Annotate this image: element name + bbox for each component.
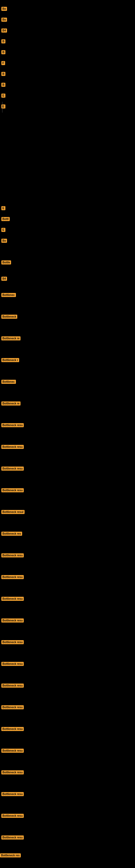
vertical-line	[2, 102, 2, 113]
badge-b2: Bo	[1, 18, 7, 22]
badge-b1: Bo	[1, 7, 7, 11]
badge-b13: E	[1, 228, 5, 232]
badge-b39: Bottleneck resu	[1, 770, 24, 774]
badge-b33: Bottleneck resu	[1, 640, 24, 644]
badge-b32: Bottleneck resu	[1, 618, 24, 622]
badge-b15: Bottle	[1, 260, 11, 265]
badge-b4: B	[1, 39, 5, 43]
badge-b27: Bottleneck resul	[1, 510, 25, 514]
badge-b8: B	[1, 83, 5, 87]
badge-b28: Bottleneck res	[1, 532, 22, 536]
badge-b30: Bottleneck resu	[1, 575, 24, 579]
badge-b23: Bottleneck resu	[1, 423, 24, 427]
badge-b24: Bottleneck resu	[1, 445, 24, 449]
badge-b22: Bottleneck re	[1, 401, 20, 405]
badge-b18: Bottleneck	[1, 315, 17, 319]
badge-b42: Bottleneck resu	[1, 835, 24, 839]
badge-b29: Bottleneck resu	[1, 553, 24, 557]
badge-b25: Bottleneck resu	[1, 467, 24, 471]
badge-b14: Bo	[1, 239, 7, 243]
badge-b17: Bottlenec	[1, 293, 16, 297]
badge-b7: B	[1, 72, 5, 76]
badge-b38: Bottleneck resu	[1, 749, 24, 753]
badge-b19: Bottleneck re	[1, 336, 20, 340]
badge-b5: B	[1, 50, 5, 54]
badge-b31: Bottleneck resu	[1, 597, 24, 601]
badge-b36: Bottleneck resu	[1, 705, 24, 709]
badge-b16: B4	[1, 277, 7, 281]
badge-b12: Bottl	[1, 217, 10, 221]
badge-b6: F	[1, 61, 5, 65]
badge-b21: Bottlenec	[1, 380, 16, 384]
badge-b3: B4	[1, 29, 7, 33]
badge-b34: Bottleneck resu	[1, 662, 24, 666]
badge-b26: Bottleneck resu	[1, 488, 24, 492]
badge-b35: Bottleneck resu	[1, 684, 24, 688]
badge-b41: Bottleneck resu	[1, 814, 24, 818]
badge-b40: Bottleneck resu	[1, 792, 24, 796]
badge-b9: E	[1, 94, 5, 98]
badge-b43: Bottleneck res	[0, 854, 21, 858]
badge-b37: Bottleneck resu	[1, 727, 24, 731]
badge-b11: E	[1, 206, 5, 210]
badge-b20: Bottleneck r	[1, 358, 19, 362]
